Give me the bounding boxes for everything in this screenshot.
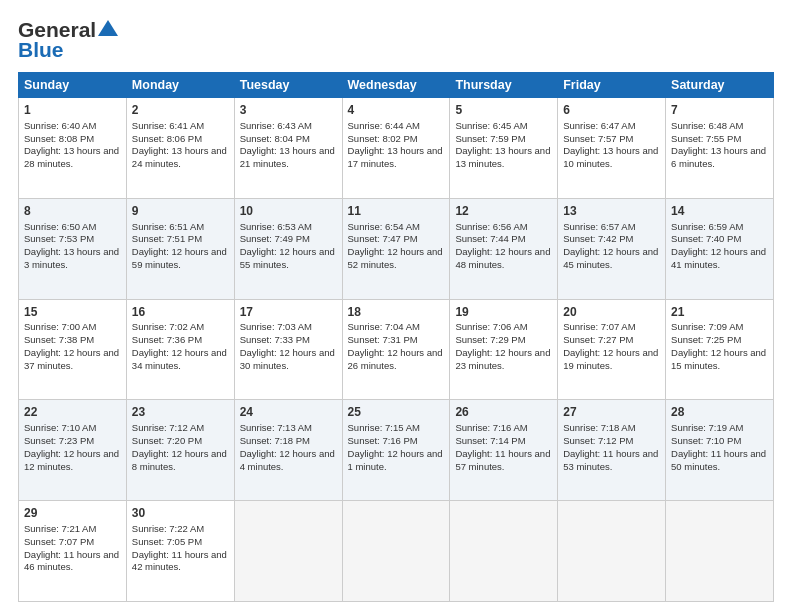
- day-details: Sunrise: 7:03 AMSunset: 7:33 PMDaylight:…: [240, 321, 337, 372]
- day-number: 9: [132, 203, 229, 220]
- day-details: Sunrise: 7:12 AMSunset: 7:20 PMDaylight:…: [132, 422, 229, 473]
- day-number: 21: [671, 304, 768, 321]
- calendar-cell: 29Sunrise: 7:21 AMSunset: 7:07 PMDayligh…: [19, 501, 127, 602]
- calendar-cell: 14Sunrise: 6:59 AMSunset: 7:40 PMDayligh…: [666, 198, 774, 299]
- day-number: 10: [240, 203, 337, 220]
- calendar-cell: 19Sunrise: 7:06 AMSunset: 7:29 PMDayligh…: [450, 299, 558, 400]
- calendar-cell: 26Sunrise: 7:16 AMSunset: 7:14 PMDayligh…: [450, 400, 558, 501]
- calendar-cell: 15Sunrise: 7:00 AMSunset: 7:38 PMDayligh…: [19, 299, 127, 400]
- day-details: Sunrise: 6:57 AMSunset: 7:42 PMDaylight:…: [563, 221, 660, 272]
- day-number: 16: [132, 304, 229, 321]
- day-details: Sunrise: 6:43 AMSunset: 8:04 PMDaylight:…: [240, 120, 337, 171]
- day-number: 11: [348, 203, 445, 220]
- day-details: Sunrise: 7:16 AMSunset: 7:14 PMDaylight:…: [455, 422, 552, 473]
- day-details: Sunrise: 6:41 AMSunset: 8:06 PMDaylight:…: [132, 120, 229, 171]
- calendar-cell: 23Sunrise: 7:12 AMSunset: 7:20 PMDayligh…: [126, 400, 234, 501]
- day-details: Sunrise: 7:09 AMSunset: 7:25 PMDaylight:…: [671, 321, 768, 372]
- calendar-cell: 18Sunrise: 7:04 AMSunset: 7:31 PMDayligh…: [342, 299, 450, 400]
- logo-blue-text: Blue: [18, 38, 64, 62]
- calendar-cell: 11Sunrise: 6:54 AMSunset: 7:47 PMDayligh…: [342, 198, 450, 299]
- day-header-monday: Monday: [126, 73, 234, 98]
- calendar-cell: 20Sunrise: 7:07 AMSunset: 7:27 PMDayligh…: [558, 299, 666, 400]
- calendar-cell: 16Sunrise: 7:02 AMSunset: 7:36 PMDayligh…: [126, 299, 234, 400]
- day-details: Sunrise: 7:21 AMSunset: 7:07 PMDaylight:…: [24, 523, 121, 574]
- day-header-saturday: Saturday: [666, 73, 774, 98]
- day-number: 18: [348, 304, 445, 321]
- calendar-cell: [558, 501, 666, 602]
- day-details: Sunrise: 7:02 AMSunset: 7:36 PMDaylight:…: [132, 321, 229, 372]
- calendar-week-row: 15Sunrise: 7:00 AMSunset: 7:38 PMDayligh…: [19, 299, 774, 400]
- day-details: Sunrise: 6:47 AMSunset: 7:57 PMDaylight:…: [563, 120, 660, 171]
- day-number: 24: [240, 404, 337, 421]
- day-header-thursday: Thursday: [450, 73, 558, 98]
- day-number: 8: [24, 203, 121, 220]
- calendar-cell: 3Sunrise: 6:43 AMSunset: 8:04 PMDaylight…: [234, 98, 342, 199]
- day-details: Sunrise: 7:04 AMSunset: 7:31 PMDaylight:…: [348, 321, 445, 372]
- calendar-cell: 9Sunrise: 6:51 AMSunset: 7:51 PMDaylight…: [126, 198, 234, 299]
- calendar-cell: [234, 501, 342, 602]
- day-number: 14: [671, 203, 768, 220]
- day-number: 6: [563, 102, 660, 119]
- day-details: Sunrise: 7:10 AMSunset: 7:23 PMDaylight:…: [24, 422, 121, 473]
- day-number: 5: [455, 102, 552, 119]
- logo: General Blue: [18, 18, 118, 62]
- calendar-cell: 6Sunrise: 6:47 AMSunset: 7:57 PMDaylight…: [558, 98, 666, 199]
- day-details: Sunrise: 6:50 AMSunset: 7:53 PMDaylight:…: [24, 221, 121, 272]
- logo-triangle-icon: [98, 18, 118, 38]
- calendar-cell: 24Sunrise: 7:13 AMSunset: 7:18 PMDayligh…: [234, 400, 342, 501]
- day-details: Sunrise: 6:48 AMSunset: 7:55 PMDaylight:…: [671, 120, 768, 171]
- day-number: 2: [132, 102, 229, 119]
- calendar-cell: 17Sunrise: 7:03 AMSunset: 7:33 PMDayligh…: [234, 299, 342, 400]
- day-number: 19: [455, 304, 552, 321]
- calendar-cell: 21Sunrise: 7:09 AMSunset: 7:25 PMDayligh…: [666, 299, 774, 400]
- calendar-week-row: 1Sunrise: 6:40 AMSunset: 8:08 PMDaylight…: [19, 98, 774, 199]
- day-number: 3: [240, 102, 337, 119]
- day-number: 26: [455, 404, 552, 421]
- day-number: 28: [671, 404, 768, 421]
- day-details: Sunrise: 7:07 AMSunset: 7:27 PMDaylight:…: [563, 321, 660, 372]
- day-number: 27: [563, 404, 660, 421]
- day-details: Sunrise: 6:56 AMSunset: 7:44 PMDaylight:…: [455, 221, 552, 272]
- day-details: Sunrise: 6:40 AMSunset: 8:08 PMDaylight:…: [24, 120, 121, 171]
- day-header-tuesday: Tuesday: [234, 73, 342, 98]
- day-number: 4: [348, 102, 445, 119]
- svg-marker-0: [98, 20, 118, 36]
- day-details: Sunrise: 6:45 AMSunset: 7:59 PMDaylight:…: [455, 120, 552, 171]
- day-number: 1: [24, 102, 121, 119]
- calendar-cell: [666, 501, 774, 602]
- calendar-cell: 22Sunrise: 7:10 AMSunset: 7:23 PMDayligh…: [19, 400, 127, 501]
- day-details: Sunrise: 7:19 AMSunset: 7:10 PMDaylight:…: [671, 422, 768, 473]
- calendar-cell: 25Sunrise: 7:15 AMSunset: 7:16 PMDayligh…: [342, 400, 450, 501]
- day-number: 20: [563, 304, 660, 321]
- day-details: Sunrise: 7:06 AMSunset: 7:29 PMDaylight:…: [455, 321, 552, 372]
- calendar-week-row: 8Sunrise: 6:50 AMSunset: 7:53 PMDaylight…: [19, 198, 774, 299]
- calendar-header-row: SundayMondayTuesdayWednesdayThursdayFrid…: [19, 73, 774, 98]
- day-number: 30: [132, 505, 229, 522]
- day-header-friday: Friday: [558, 73, 666, 98]
- day-details: Sunrise: 7:15 AMSunset: 7:16 PMDaylight:…: [348, 422, 445, 473]
- calendar-cell: 12Sunrise: 6:56 AMSunset: 7:44 PMDayligh…: [450, 198, 558, 299]
- calendar-week-row: 22Sunrise: 7:10 AMSunset: 7:23 PMDayligh…: [19, 400, 774, 501]
- day-number: 12: [455, 203, 552, 220]
- day-details: Sunrise: 6:53 AMSunset: 7:49 PMDaylight:…: [240, 221, 337, 272]
- day-number: 17: [240, 304, 337, 321]
- day-number: 15: [24, 304, 121, 321]
- day-details: Sunrise: 6:54 AMSunset: 7:47 PMDaylight:…: [348, 221, 445, 272]
- calendar-cell: 1Sunrise: 6:40 AMSunset: 8:08 PMDaylight…: [19, 98, 127, 199]
- calendar-cell: 7Sunrise: 6:48 AMSunset: 7:55 PMDaylight…: [666, 98, 774, 199]
- day-details: Sunrise: 6:51 AMSunset: 7:51 PMDaylight:…: [132, 221, 229, 272]
- calendar-cell: [450, 501, 558, 602]
- day-header-sunday: Sunday: [19, 73, 127, 98]
- day-header-wednesday: Wednesday: [342, 73, 450, 98]
- calendar-cell: 4Sunrise: 6:44 AMSunset: 8:02 PMDaylight…: [342, 98, 450, 199]
- day-details: Sunrise: 6:59 AMSunset: 7:40 PMDaylight:…: [671, 221, 768, 272]
- day-details: Sunrise: 7:13 AMSunset: 7:18 PMDaylight:…: [240, 422, 337, 473]
- day-number: 22: [24, 404, 121, 421]
- day-number: 29: [24, 505, 121, 522]
- day-details: Sunrise: 7:18 AMSunset: 7:12 PMDaylight:…: [563, 422, 660, 473]
- calendar-cell: 5Sunrise: 6:45 AMSunset: 7:59 PMDaylight…: [450, 98, 558, 199]
- calendar-table: SundayMondayTuesdayWednesdayThursdayFrid…: [18, 72, 774, 602]
- day-number: 13: [563, 203, 660, 220]
- header: General Blue: [18, 18, 774, 62]
- day-details: Sunrise: 7:00 AMSunset: 7:38 PMDaylight:…: [24, 321, 121, 372]
